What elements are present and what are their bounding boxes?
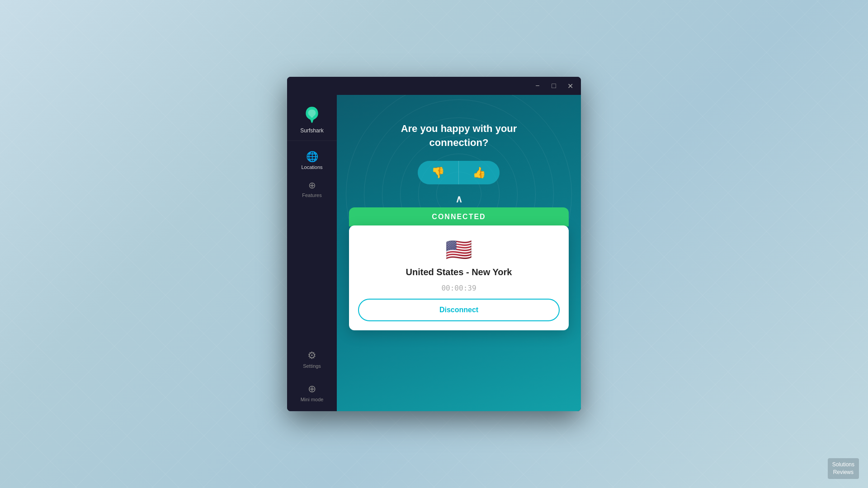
minimode-label: Mini mode <box>301 397 324 402</box>
logo-area: Surfshark <box>287 95 337 141</box>
title-bar-controls: − □ ✕ <box>531 80 576 92</box>
sidebar-item-features[interactable]: ⊕ Features <box>287 174 337 202</box>
connected-label: CONNECTED <box>432 213 486 221</box>
watermark-line1: Solutions <box>832 461 854 468</box>
dislike-icon: 👎 <box>431 166 445 179</box>
sidebar-item-minimode[interactable]: ⊕ Mini mode <box>287 378 337 407</box>
chevron-area[interactable]: ∧ <box>455 193 462 205</box>
minimize-button[interactable]: − <box>531 80 544 92</box>
connection-card: 🇺🇸 United States - New York 00:00:39 Dis… <box>349 225 569 330</box>
like-button[interactable]: 👍 <box>459 161 500 184</box>
close-button[interactable]: ✕ <box>564 80 576 92</box>
connected-panel: CONNECTED 🇺🇸 United States - New York 00… <box>349 207 569 330</box>
sidebar-item-settings[interactable]: ⚙ Settings <box>287 344 337 373</box>
server-name: United States - New York <box>406 267 512 277</box>
question-text: Are you happy with yourconnection? <box>401 122 517 150</box>
country-flag: 🇺🇸 <box>445 239 472 261</box>
app-body: Surfshark 🌐 Locations ⊕ Features ⚙ Setti… <box>287 95 581 411</box>
minimode-icon: ⊕ <box>308 384 316 394</box>
features-icon: ⊕ <box>308 181 316 190</box>
logo-label: Surfshark <box>300 127 323 134</box>
question-area: Are you happy with yourconnection? 👎 👍 <box>401 122 517 184</box>
sidebar: Surfshark 🌐 Locations ⊕ Features ⚙ Setti… <box>287 95 337 411</box>
watermark-line2: Reviews <box>833 469 854 475</box>
locations-label: Locations <box>301 164 322 170</box>
connected-header: CONNECTED <box>349 207 569 226</box>
maximize-button[interactable]: □ <box>547 80 560 92</box>
settings-label: Settings <box>303 363 321 369</box>
connection-timer: 00:00:39 <box>441 284 476 292</box>
disconnect-button[interactable]: Disconnect <box>358 299 560 321</box>
watermark: Solutions Reviews <box>828 458 859 479</box>
locations-icon: 🌐 <box>306 152 318 162</box>
rating-buttons: 👎 👍 <box>418 161 500 184</box>
sidebar-item-locations[interactable]: 🌐 Locations <box>287 145 337 174</box>
surfshark-logo-icon <box>302 104 322 125</box>
chevron-up-icon: ∧ <box>455 193 462 205</box>
app-window: − □ ✕ Surfshark 🌐 Locations <box>287 77 581 411</box>
main-panel: Are you happy with yourconnection? 👎 👍 ∧ <box>337 95 581 411</box>
like-icon: 👍 <box>472 166 486 179</box>
title-bar: − □ ✕ <box>287 77 581 95</box>
dislike-button[interactable]: 👎 <box>418 161 459 184</box>
settings-icon: ⚙ <box>307 351 316 361</box>
features-label: Features <box>302 192 321 198</box>
